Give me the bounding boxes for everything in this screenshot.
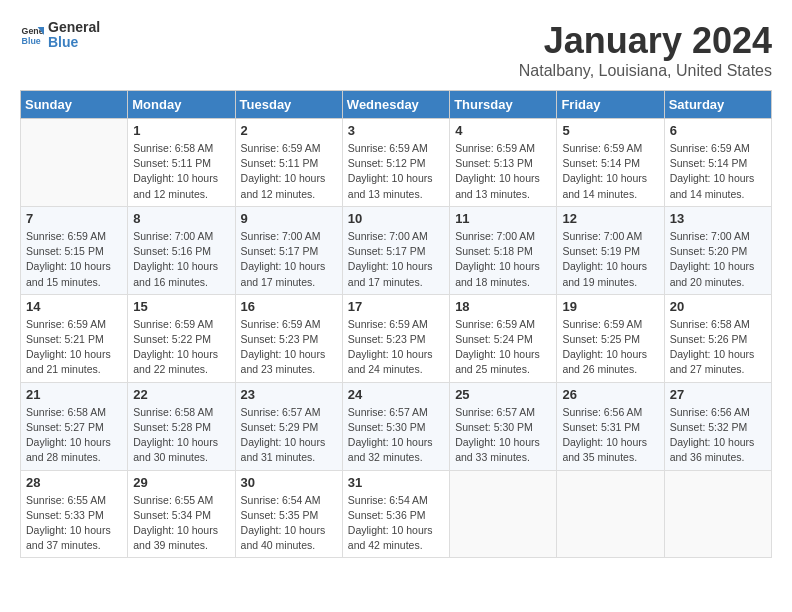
- calendar-cell: 14Sunrise: 6:59 AMSunset: 5:21 PMDayligh…: [21, 294, 128, 382]
- header-wednesday: Wednesday: [342, 91, 449, 119]
- day-info: Sunrise: 7:00 AMSunset: 5:18 PMDaylight:…: [455, 229, 551, 290]
- calendar-cell: 12Sunrise: 7:00 AMSunset: 5:19 PMDayligh…: [557, 206, 664, 294]
- calendar-cell: 20Sunrise: 6:58 AMSunset: 5:26 PMDayligh…: [664, 294, 771, 382]
- day-info: Sunrise: 6:59 AMSunset: 5:25 PMDaylight:…: [562, 317, 658, 378]
- calendar-cell: 11Sunrise: 7:00 AMSunset: 5:18 PMDayligh…: [450, 206, 557, 294]
- day-number: 29: [133, 475, 229, 490]
- day-number: 19: [562, 299, 658, 314]
- day-number: 27: [670, 387, 766, 402]
- day-info: Sunrise: 6:59 AMSunset: 5:23 PMDaylight:…: [348, 317, 444, 378]
- day-info: Sunrise: 6:58 AMSunset: 5:26 PMDaylight:…: [670, 317, 766, 378]
- day-number: 4: [455, 123, 551, 138]
- calendar-subtitle: Natalbany, Louisiana, United States: [519, 62, 772, 80]
- day-number: 11: [455, 211, 551, 226]
- day-info: Sunrise: 6:58 AMSunset: 5:11 PMDaylight:…: [133, 141, 229, 202]
- calendar-cell: 2Sunrise: 6:59 AMSunset: 5:11 PMDaylight…: [235, 119, 342, 207]
- calendar-week-row: 21Sunrise: 6:58 AMSunset: 5:27 PMDayligh…: [21, 382, 772, 470]
- calendar-week-row: 1Sunrise: 6:58 AMSunset: 5:11 PMDaylight…: [21, 119, 772, 207]
- day-number: 16: [241, 299, 337, 314]
- calendar-cell: 18Sunrise: 6:59 AMSunset: 5:24 PMDayligh…: [450, 294, 557, 382]
- day-number: 23: [241, 387, 337, 402]
- calendar-cell: 28Sunrise: 6:55 AMSunset: 5:33 PMDayligh…: [21, 470, 128, 558]
- day-info: Sunrise: 6:59 AMSunset: 5:12 PMDaylight:…: [348, 141, 444, 202]
- day-info: Sunrise: 7:00 AMSunset: 5:19 PMDaylight:…: [562, 229, 658, 290]
- day-info: Sunrise: 6:59 AMSunset: 5:24 PMDaylight:…: [455, 317, 551, 378]
- day-info: Sunrise: 7:00 AMSunset: 5:17 PMDaylight:…: [241, 229, 337, 290]
- calendar-cell: 16Sunrise: 6:59 AMSunset: 5:23 PMDayligh…: [235, 294, 342, 382]
- day-number: 12: [562, 211, 658, 226]
- day-info: Sunrise: 6:57 AMSunset: 5:30 PMDaylight:…: [455, 405, 551, 466]
- calendar-table: Sunday Monday Tuesday Wednesday Thursday…: [20, 90, 772, 558]
- day-number: 22: [133, 387, 229, 402]
- calendar-title: January 2024: [519, 20, 772, 62]
- calendar-cell: 7Sunrise: 6:59 AMSunset: 5:15 PMDaylight…: [21, 206, 128, 294]
- day-number: 25: [455, 387, 551, 402]
- header-thursday: Thursday: [450, 91, 557, 119]
- svg-text:Blue: Blue: [22, 36, 41, 46]
- calendar-cell: 4Sunrise: 6:59 AMSunset: 5:13 PMDaylight…: [450, 119, 557, 207]
- day-number: 2: [241, 123, 337, 138]
- calendar-cell: [557, 470, 664, 558]
- day-number: 14: [26, 299, 122, 314]
- header-tuesday: Tuesday: [235, 91, 342, 119]
- calendar-cell: 13Sunrise: 7:00 AMSunset: 5:20 PMDayligh…: [664, 206, 771, 294]
- day-info: Sunrise: 6:59 AMSunset: 5:15 PMDaylight:…: [26, 229, 122, 290]
- calendar-week-row: 14Sunrise: 6:59 AMSunset: 5:21 PMDayligh…: [21, 294, 772, 382]
- calendar-cell: [21, 119, 128, 207]
- day-info: Sunrise: 6:54 AMSunset: 5:35 PMDaylight:…: [241, 493, 337, 554]
- day-number: 9: [241, 211, 337, 226]
- calendar-cell: [664, 470, 771, 558]
- header-saturday: Saturday: [664, 91, 771, 119]
- calendar-cell: 23Sunrise: 6:57 AMSunset: 5:29 PMDayligh…: [235, 382, 342, 470]
- calendar-body: 1Sunrise: 6:58 AMSunset: 5:11 PMDaylight…: [21, 119, 772, 558]
- day-number: 18: [455, 299, 551, 314]
- calendar-header-row: Sunday Monday Tuesday Wednesday Thursday…: [21, 91, 772, 119]
- logo-general: General: [48, 20, 100, 35]
- header-friday: Friday: [557, 91, 664, 119]
- day-info: Sunrise: 6:54 AMSunset: 5:36 PMDaylight:…: [348, 493, 444, 554]
- calendar-cell: 29Sunrise: 6:55 AMSunset: 5:34 PMDayligh…: [128, 470, 235, 558]
- day-number: 26: [562, 387, 658, 402]
- calendar-cell: 21Sunrise: 6:58 AMSunset: 5:27 PMDayligh…: [21, 382, 128, 470]
- calendar-cell: 5Sunrise: 6:59 AMSunset: 5:14 PMDaylight…: [557, 119, 664, 207]
- day-info: Sunrise: 6:55 AMSunset: 5:34 PMDaylight:…: [133, 493, 229, 554]
- day-number: 10: [348, 211, 444, 226]
- day-info: Sunrise: 6:59 AMSunset: 5:11 PMDaylight:…: [241, 141, 337, 202]
- calendar-cell: [450, 470, 557, 558]
- day-info: Sunrise: 6:59 AMSunset: 5:14 PMDaylight:…: [670, 141, 766, 202]
- calendar-cell: 15Sunrise: 6:59 AMSunset: 5:22 PMDayligh…: [128, 294, 235, 382]
- logo-icon: General Blue: [20, 23, 44, 47]
- day-info: Sunrise: 7:00 AMSunset: 5:16 PMDaylight:…: [133, 229, 229, 290]
- day-info: Sunrise: 6:59 AMSunset: 5:21 PMDaylight:…: [26, 317, 122, 378]
- day-number: 31: [348, 475, 444, 490]
- calendar-cell: 8Sunrise: 7:00 AMSunset: 5:16 PMDaylight…: [128, 206, 235, 294]
- day-number: 24: [348, 387, 444, 402]
- calendar-cell: 6Sunrise: 6:59 AMSunset: 5:14 PMDaylight…: [664, 119, 771, 207]
- calendar-cell: 1Sunrise: 6:58 AMSunset: 5:11 PMDaylight…: [128, 119, 235, 207]
- calendar-cell: 31Sunrise: 6:54 AMSunset: 5:36 PMDayligh…: [342, 470, 449, 558]
- calendar-week-row: 28Sunrise: 6:55 AMSunset: 5:33 PMDayligh…: [21, 470, 772, 558]
- calendar-cell: 22Sunrise: 6:58 AMSunset: 5:28 PMDayligh…: [128, 382, 235, 470]
- page-header: General Blue General Blue January 2024 N…: [20, 20, 772, 80]
- day-number: 21: [26, 387, 122, 402]
- title-section: January 2024 Natalbany, Louisiana, Unite…: [519, 20, 772, 80]
- calendar-cell: 26Sunrise: 6:56 AMSunset: 5:31 PMDayligh…: [557, 382, 664, 470]
- day-number: 8: [133, 211, 229, 226]
- day-info: Sunrise: 6:56 AMSunset: 5:32 PMDaylight:…: [670, 405, 766, 466]
- calendar-week-row: 7Sunrise: 6:59 AMSunset: 5:15 PMDaylight…: [21, 206, 772, 294]
- header-sunday: Sunday: [21, 91, 128, 119]
- day-number: 15: [133, 299, 229, 314]
- day-number: 6: [670, 123, 766, 138]
- day-number: 7: [26, 211, 122, 226]
- day-number: 17: [348, 299, 444, 314]
- day-number: 1: [133, 123, 229, 138]
- calendar-cell: 30Sunrise: 6:54 AMSunset: 5:35 PMDayligh…: [235, 470, 342, 558]
- day-number: 28: [26, 475, 122, 490]
- calendar-cell: 19Sunrise: 6:59 AMSunset: 5:25 PMDayligh…: [557, 294, 664, 382]
- day-info: Sunrise: 6:58 AMSunset: 5:28 PMDaylight:…: [133, 405, 229, 466]
- day-info: Sunrise: 6:55 AMSunset: 5:33 PMDaylight:…: [26, 493, 122, 554]
- day-number: 30: [241, 475, 337, 490]
- day-info: Sunrise: 6:59 AMSunset: 5:14 PMDaylight:…: [562, 141, 658, 202]
- day-info: Sunrise: 6:57 AMSunset: 5:30 PMDaylight:…: [348, 405, 444, 466]
- calendar-cell: 24Sunrise: 6:57 AMSunset: 5:30 PMDayligh…: [342, 382, 449, 470]
